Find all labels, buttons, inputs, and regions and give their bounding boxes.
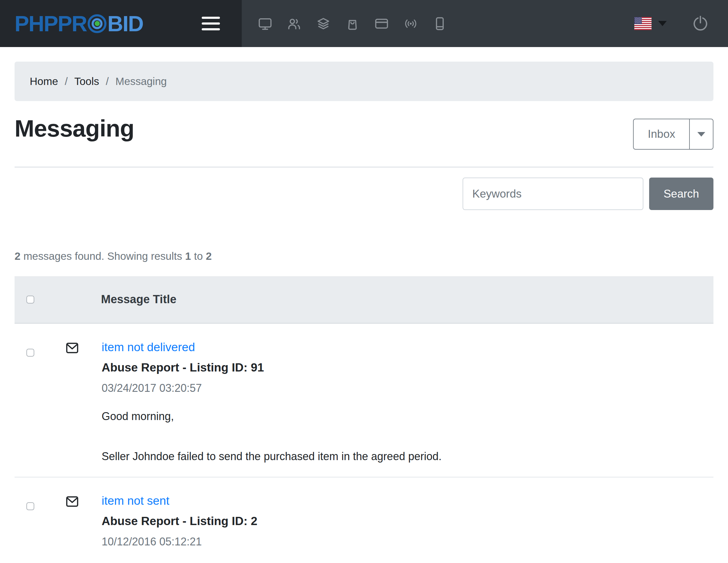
breadcrumb-tools[interactable]: Tools: [74, 75, 99, 87]
message-body: Good morning, Seller Johndoe failed to s…: [102, 410, 442, 463]
results-to: 2: [206, 250, 211, 262]
breadcrumb-separator: /: [65, 75, 68, 87]
logo-text-right: BID: [107, 13, 143, 35]
message-title-link[interactable]: item not sent: [102, 494, 169, 507]
divider: [15, 167, 713, 167]
results-summary: 2 messages found. Showing results 1 to 2: [15, 250, 713, 262]
stack-icon[interactable]: [316, 17, 330, 31]
search-bar: Search: [15, 177, 713, 210]
message-subtitle: Abuse Report - Listing ID: 91: [102, 361, 442, 374]
language-switcher[interactable]: [634, 17, 667, 30]
results-from: 1: [185, 250, 191, 262]
table-header-row: Message Title: [15, 276, 713, 324]
select-all-checkbox[interactable]: [26, 296, 34, 304]
results-count: 2: [15, 250, 20, 262]
breadcrumb-separator: /: [106, 75, 109, 87]
row-checkbox[interactable]: [26, 349, 34, 357]
people-icon[interactable]: [287, 17, 301, 31]
bullseye-target-icon: [88, 14, 106, 33]
message-subtitle: Abuse Report - Listing ID: 2: [102, 515, 479, 528]
search-button[interactable]: Search: [649, 177, 713, 210]
breadcrumb-home[interactable]: Home: [30, 75, 58, 87]
message-date: 10/12/2016 05:12:21: [102, 536, 479, 548]
message-date: 03/24/2017 03:20:57: [102, 382, 442, 394]
row-checkbox[interactable]: [26, 502, 34, 510]
message-row: item not sent Abuse Report - Listing ID:…: [15, 477, 713, 563]
breadcrumb: Home / Tools / Messaging: [15, 62, 713, 101]
tablet-icon[interactable]: [433, 17, 447, 31]
phpprobid-logo[interactable]: PHPPR BID: [15, 13, 143, 35]
page-title: Messaging: [15, 116, 134, 142]
navbar-end: [634, 15, 709, 32]
caret-down-icon: [697, 132, 705, 136]
messages-table: Message Title item not delivered Abuse R…: [15, 276, 713, 563]
breadcrumb-current: Messaging: [116, 75, 167, 87]
credit-card-icon[interactable]: [375, 17, 389, 31]
brand-section: PHPPR BID: [0, 0, 242, 47]
message-content: item not delivered Abuse Report - Listin…: [102, 341, 442, 463]
navbar-right: [242, 0, 728, 47]
message-row: item not delivered Abuse Report - Listin…: [15, 324, 713, 477]
message-title-link[interactable]: item not delivered: [102, 341, 195, 354]
inbox-button[interactable]: Inbox: [633, 119, 690, 150]
caret-down-icon: [658, 21, 667, 26]
display-icon[interactable]: [258, 17, 272, 31]
search-input[interactable]: [463, 177, 643, 210]
message-content: item not sent Abuse Report - Listing ID:…: [102, 494, 479, 563]
broadcast-icon[interactable]: [404, 17, 418, 31]
navbar-icon-group: [258, 17, 447, 31]
logo-text-left: PHPPR: [15, 13, 87, 35]
us-flag-icon: [634, 17, 652, 30]
power-icon[interactable]: [692, 15, 709, 32]
envelope-icon: [66, 342, 79, 354]
inbox-split-button: Inbox: [633, 119, 713, 150]
inbox-dropdown-toggle[interactable]: [689, 119, 713, 150]
hamburger-menu-icon[interactable]: [202, 17, 220, 30]
column-header-message-title: Message Title: [101, 293, 177, 306]
top-navbar: PHPPR BID: [0, 0, 728, 47]
bag-icon[interactable]: [345, 17, 359, 31]
envelope-icon: [66, 495, 79, 508]
